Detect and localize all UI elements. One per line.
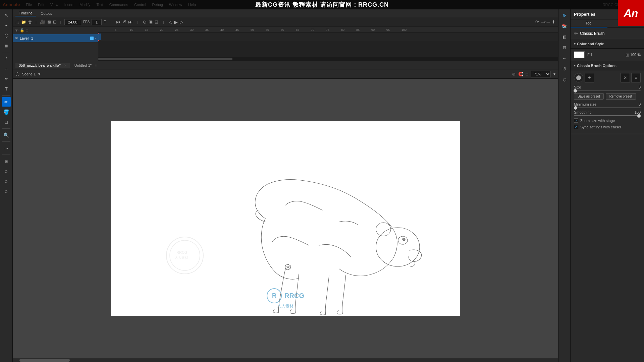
fill-color-swatch[interactable] [574, 51, 585, 58]
canvas[interactable]: RRCG 人人素材 [111, 121, 460, 316]
bottom-scrollbar[interactable] [13, 358, 558, 362]
layer-header: 👁 🔒 □ [13, 27, 98, 34]
paint-bucket-tool[interactable]: 🪣 [2, 107, 11, 117]
frames-area[interactable]: 5 10 15 20 25 30 35 40 45 50 55 60 65 70 [98, 27, 558, 61]
frame-mark-90: 90 [371, 28, 386, 32]
smoothing-slider-track[interactable] [574, 115, 641, 116]
save-as-preset-btn[interactable]: Save as preset [574, 93, 604, 100]
zoom-dropdown[interactable]: ▾ [553, 72, 555, 76]
new-layer-btn[interactable]: ⬚ [15, 20, 19, 24]
onion-btn[interactable]: ⊠ [47, 19, 51, 24]
easing-btn[interactable]: ⟳ [535, 19, 539, 24]
asset-tool[interactable]: ⬡ [2, 177, 11, 186]
menu-edit[interactable]: Edit [35, 2, 47, 7]
menu-modify[interactable]: Modify [77, 2, 93, 7]
layer-visibility-icon[interactable]: 👁 [15, 36, 18, 40]
go-end-btn[interactable]: ⏭ [128, 19, 132, 24]
sync-eraser-checkbox[interactable] [574, 125, 578, 129]
scene-dropdown-arrow[interactable]: ▾ [38, 72, 40, 76]
min-size-slider-track[interactable] [574, 107, 641, 108]
camera-tool[interactable]: ⬡ [2, 167, 11, 176]
menu-insert[interactable]: Insert [62, 2, 76, 7]
stage-tab-1-close[interactable]: ✕ [64, 64, 66, 67]
stage-tab-2-label: Untitled-1* [74, 63, 92, 67]
clip-content-btn[interactable]: ⊕ [512, 72, 516, 76]
interp-btn[interactable]: ─○─ [541, 19, 550, 24]
size-slider-thumb[interactable] [574, 89, 577, 93]
frame-input[interactable] [92, 19, 102, 25]
remove-preset-btn[interactable]: Remove preset [606, 93, 636, 100]
subselect-tool[interactable]: ✦ [2, 21, 11, 30]
history-icon-btn[interactable]: ⏱ [560, 64, 569, 74]
delete-layer-btn[interactable]: 🗑 [28, 20, 32, 24]
cam-btn[interactable]: 🎥 [40, 19, 45, 24]
stage-tab-1[interactable]: 058_grizzly bear walk.fla* ✕ [15, 63, 70, 68]
next-frame-btn[interactable]: ▷ [180, 19, 183, 24]
stage-tab-2[interactable]: Untitled-1* ✕ [71, 63, 101, 68]
zoom-size-checkbox[interactable] [574, 118, 578, 123]
line-tool[interactable]: / [2, 54, 11, 63]
assets-icon-btn[interactable]: ◧ [560, 32, 569, 42]
timeline-scrollbar[interactable] [98, 57, 558, 61]
properties-icon-btn[interactable]: ⚙ [560, 11, 569, 20]
new-folder-btn[interactable]: 📁 [21, 20, 26, 24]
brush-options-section-header[interactable]: ▾ Classic Brush Options [571, 61, 644, 70]
menu-control[interactable]: Control [131, 2, 149, 7]
back-to-scene-btn[interactable]: ⬡ [15, 71, 19, 77]
menu-window[interactable]: Window [166, 2, 185, 7]
edit-multiple-btn[interactable]: ⊡ [53, 19, 57, 24]
brush-preset-1[interactable] [574, 73, 583, 82]
smoothing-slider-thumb[interactable] [637, 114, 641, 118]
add-preset-btn[interactable]: + [585, 73, 594, 82]
pen-tool[interactable]: ✒ [2, 74, 11, 83]
menu-text[interactable]: Text [94, 2, 106, 7]
color-style-section-header[interactable]: ▾ Color and Style [571, 39, 644, 49]
components-icon-btn[interactable]: ⬡ [560, 75, 569, 84]
menu-file[interactable]: File [23, 2, 35, 7]
library-icon-btn[interactable]: 📚 [560, 21, 569, 31]
transform-icon-btn[interactable]: ↔ [560, 54, 569, 63]
options-preset-btn[interactable]: ⚙ [631, 73, 641, 82]
zoom-select[interactable]: 71% 50% 100% [531, 71, 551, 77]
zoom-tool[interactable]: 🔍 [2, 130, 11, 140]
gradient-tool[interactable]: ▦ [2, 41, 11, 50]
menu-debug[interactable]: Debug [149, 2, 165, 7]
tool-tab[interactable]: Tool [571, 19, 607, 27]
output-tab[interactable]: Output [37, 11, 55, 16]
eraser-tool[interactable]: ◻ [2, 117, 11, 127]
fps-input[interactable] [64, 19, 81, 25]
loop-btn[interactable]: ↺ [122, 19, 126, 24]
more-tools[interactable]: ··· [2, 143, 11, 153]
bone-tool[interactable]: ⬡ [2, 187, 11, 196]
stage-area[interactable]: RRCG 人人素材 [13, 79, 558, 358]
parent-btn[interactable]: ⊟ [155, 19, 158, 24]
frame-track[interactable] [98, 33, 558, 41]
go-start-btn[interactable]: ⏮ [116, 19, 120, 24]
menu-commands[interactable]: Commands [107, 2, 131, 7]
layer-row[interactable]: 👁 Layer_1 ▪ [13, 34, 98, 42]
frame-mark-55: 55 [266, 28, 281, 32]
scroll-thumb[interactable] [19, 359, 70, 362]
min-size-slider-thumb[interactable] [574, 106, 577, 110]
free-transform-tool[interactable]: ⬡ [2, 31, 11, 40]
lasso-tool[interactable]: ⌢ [2, 64, 11, 73]
stage-tab-2-close[interactable]: ✕ [95, 64, 97, 67]
timeline-tab[interactable]: Timeline [15, 10, 36, 16]
stage-color-btn[interactable]: □ [526, 72, 528, 76]
delete-preset-btn[interactable]: ✕ [621, 73, 630, 82]
select-tool[interactable]: ↖ [2, 11, 11, 20]
menu-view[interactable]: View [48, 2, 61, 7]
play-btn[interactable]: ▶ [174, 19, 178, 25]
size-slider-track[interactable] [574, 90, 641, 91]
align-icon-btn[interactable]: ⊟ [560, 43, 569, 52]
prev-frame-btn[interactable]: ◁ [169, 19, 172, 24]
outline-btn[interactable]: ▣ [149, 19, 153, 24]
brush-tool[interactable]: ✏ [2, 97, 11, 107]
scene-tool[interactable]: ⊞ [2, 157, 11, 166]
snap-btn[interactable]: 🧲 [518, 72, 523, 76]
menu-help[interactable]: Help [185, 2, 199, 7]
resize-timeline-btn[interactable]: ⬆ [552, 19, 555, 24]
onion-skin-btn[interactable]: ⊙ [143, 19, 147, 24]
text-tool[interactable]: T [2, 84, 11, 94]
layer-name: Layer_1 [20, 36, 33, 40]
